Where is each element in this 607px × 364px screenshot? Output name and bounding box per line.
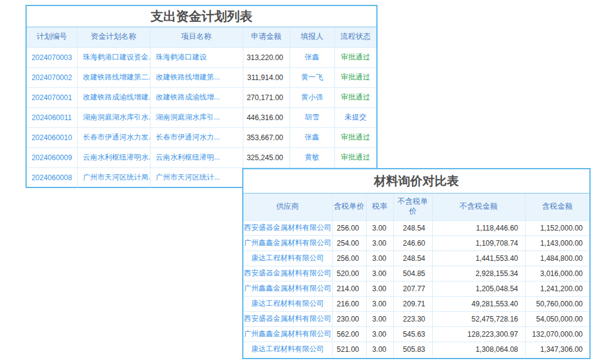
column-header: 不含税金额 — [432, 194, 525, 220]
supplier-cell[interactable]: 康达工程材料有限公司 — [243, 342, 332, 357]
expenditure-plan-card: 支出资金计划列表 计划编号资金计划名称项目名称申请金额填报人流程状态 20240… — [25, 5, 378, 188]
expenditure-plan-title: 支出资金计划列表 — [27, 6, 376, 27]
filler-cell[interactable]: 黄小强 — [290, 87, 334, 107]
tax-rate-cell: 3.00 — [366, 326, 393, 342]
tax-excl-amount-cell: 1,118,446.60 — [432, 220, 525, 235]
tax-excl-amount-cell: 52,475,728.16 — [432, 311, 525, 326]
column-header: 计划编号 — [27, 27, 77, 47]
apply-amount-cell: 446,316.00 — [243, 107, 290, 127]
filler-cell[interactable]: 黄敏 — [290, 147, 334, 167]
supplier-cell[interactable]: 西安盛器金属材料有限公司 — [243, 220, 332, 235]
status-cell: 审批通过 — [334, 127, 376, 147]
table-row: 西安盛器金属材料有限公司520.003.00504.852,928,155.34… — [243, 266, 589, 281]
tax-incl-amount-cell: 50,760,000.00 — [525, 296, 589, 311]
tax-incl-unit-price-cell: 230.00 — [332, 311, 366, 326]
status-cell: 审批通过 — [334, 67, 376, 87]
column-header: 项目名称 — [150, 27, 243, 47]
fund-plan-name-cell[interactable]: 长春市伊通河水力发... — [77, 127, 150, 147]
tax-incl-unit-price-cell: 216.00 — [332, 296, 366, 311]
tax-incl-amount-cell: 1,347,306.00 — [525, 342, 589, 357]
table-row: 西安盛器金属材料有限公司256.003.00248.541,118,446.60… — [243, 220, 589, 235]
plan-no-cell[interactable]: 2024070002 — [27, 67, 77, 87]
supplier-cell[interactable]: 西安盛器金属材料有限公司 — [243, 266, 332, 281]
fund-plan-name-cell[interactable]: 云南水利枢纽潜明水... — [77, 147, 150, 167]
project-name-cell[interactable]: 长春市伊通河水力... — [150, 127, 243, 147]
plan-no-cell[interactable]: 2024060009 — [27, 147, 77, 167]
tax-excl-amount-cell: 1,205,048.54 — [432, 281, 525, 296]
tax-excl-unit-price-cell: 207.77 — [393, 281, 432, 296]
status-cell: 审批通过 — [334, 147, 376, 167]
filler-cell[interactable]: 黄一飞 — [290, 67, 334, 87]
apply-amount-cell: 311,914.00 — [243, 67, 290, 87]
plan-no-cell[interactable]: 2024060008 — [27, 167, 77, 187]
tax-excl-amount-cell: 2,928,155.34 — [432, 266, 525, 281]
tax-excl-amount-cell: 49,281,553.40 — [432, 296, 525, 311]
plan-no-cell[interactable]: 2024070001 — [27, 87, 77, 107]
table-row: 2024060011湖南洞庭湖水库引水...湖南洞庭湖水库引...446,316… — [27, 107, 376, 127]
project-name-cell[interactable]: 广州市天河区统计... — [150, 167, 243, 187]
tax-excl-amount-cell: 1,441,553.40 — [432, 251, 525, 266]
fund-plan-name-cell[interactable]: 珠海鹤港口建设资金... — [77, 47, 150, 67]
plan-no-cell[interactable]: 2024060010 — [27, 127, 77, 147]
project-name-cell[interactable]: 珠海鹤港口建设 — [150, 47, 243, 67]
plan-table-header-row: 计划编号资金计划名称项目名称申请金额填报人流程状态 — [27, 27, 376, 47]
project-name-cell[interactable]: 湖南洞庭湖水库引... — [150, 107, 243, 127]
apply-amount-cell: 325,245.00 — [243, 147, 290, 167]
supplier-cell[interactable]: 广州鑫鑫金属材料有限公司 — [243, 281, 332, 296]
table-row: 康达工程材料有限公司521.003.00505.831,308,064.081,… — [243, 342, 589, 357]
material-quote-title: 材料询价对比表 — [243, 169, 589, 194]
tax-incl-unit-price-cell: 520.00 — [332, 266, 366, 281]
tax-excl-unit-price-cell: 505.83 — [393, 342, 432, 357]
table-row: 广州鑫鑫金属材料有限公司214.003.00207.771,205,048.54… — [243, 281, 589, 296]
supplier-cell[interactable]: 广州鑫鑫金属材料有限公司 — [243, 235, 332, 251]
plan-no-cell[interactable]: 2024060011 — [27, 107, 77, 127]
supplier-cell[interactable]: 西安盛器金属材料有限公司 — [243, 311, 332, 326]
column-header: 申请金额 — [243, 27, 290, 47]
column-header: 填报人 — [290, 27, 334, 47]
material-quote-card: 材料询价对比表 供应商含税单价税率不含税单价不含税金额含税金额 西安盛器金属材料… — [242, 168, 591, 359]
table-row: 广州鑫鑫金属材料有限公司254.003.00246.601,109,708.74… — [243, 235, 589, 251]
tax-rate-cell: 3.00 — [366, 281, 393, 296]
filler-cell[interactable]: 胡雪 — [290, 107, 334, 127]
column-header: 资金计划名称 — [77, 27, 150, 47]
table-row: 2024070002改建铁路线增建第二...改建铁路线增建第...311,914… — [27, 67, 376, 87]
material-quote-table: 供应商含税单价税率不含税单价不含税金额含税金额 西安盛器金属材料有限公司256.… — [243, 194, 589, 357]
tax-incl-amount-cell: 1,241,200.00 — [525, 281, 589, 296]
tax-excl-amount-cell: 1,109,708.74 — [432, 235, 525, 251]
tax-rate-cell: 3.00 — [366, 235, 393, 251]
tax-incl-unit-price-cell: 256.00 — [332, 220, 366, 235]
tax-rate-cell: 3.00 — [366, 296, 393, 311]
status-cell: 未提交 — [334, 107, 376, 127]
status-cell: 审批通过 — [334, 87, 376, 107]
filler-cell[interactable]: 张鑫 — [290, 127, 334, 147]
plan-no-cell[interactable]: 2024070003 — [27, 47, 77, 67]
tax-incl-amount-cell: 1,484,800.00 — [525, 251, 589, 266]
supplier-cell[interactable]: 康达工程材料有限公司 — [243, 251, 332, 266]
table-row: 西安盛器金属材料有限公司230.003.00223.3052,475,728.1… — [243, 311, 589, 326]
table-row: 康达工程材料有限公司256.003.00248.541,441,553.401,… — [243, 251, 589, 266]
table-row: 2024060010长春市伊通河水力发...长春市伊通河水力...353,667… — [27, 127, 376, 147]
tax-excl-unit-price-cell: 504.85 — [393, 266, 432, 281]
fund-plan-name-cell[interactable]: 改建铁路成渝线增建... — [77, 87, 150, 107]
supplier-cell[interactable]: 康达工程材料有限公司 — [243, 296, 332, 311]
table-row: 2024060009云南水利枢纽潜明水...云南水利枢纽潜明...325,245… — [27, 147, 376, 167]
project-name-cell[interactable]: 改建铁路线增建第... — [150, 67, 243, 87]
tax-excl-unit-price-cell: 223.30 — [393, 311, 432, 326]
tax-rate-cell: 3.00 — [366, 342, 393, 357]
tax-incl-unit-price-cell: 254.00 — [332, 235, 366, 251]
supplier-cell[interactable]: 广州鑫鑫金属材料有限公司 — [243, 326, 332, 342]
tax-excl-amount-cell: 1,308,064.08 — [432, 342, 525, 357]
project-name-cell[interactable]: 云南水利枢纽潜明... — [150, 147, 243, 167]
tax-excl-unit-price-cell: 248.54 — [393, 220, 432, 235]
fund-plan-name-cell[interactable]: 广州市天河区统计局... — [77, 167, 150, 187]
fund-plan-name-cell[interactable]: 改建铁路线增建第二... — [77, 67, 150, 87]
column-header: 含税金额 — [525, 194, 589, 220]
tax-excl-unit-price-cell: 248.54 — [393, 251, 432, 266]
apply-amount-cell: 353,667.00 — [243, 127, 290, 147]
project-name-cell[interactable]: 改建铁路成渝线增... — [150, 87, 243, 107]
tax-incl-amount-cell: 1,152,000.00 — [525, 220, 589, 235]
filler-cell[interactable]: 张鑫 — [290, 47, 334, 67]
table-row: 康达工程材料有限公司216.003.00209.7149,281,553.405… — [243, 296, 589, 311]
tax-excl-amount-cell: 128,223,300.97 — [432, 326, 525, 342]
fund-plan-name-cell[interactable]: 湖南洞庭湖水库引水... — [77, 107, 150, 127]
